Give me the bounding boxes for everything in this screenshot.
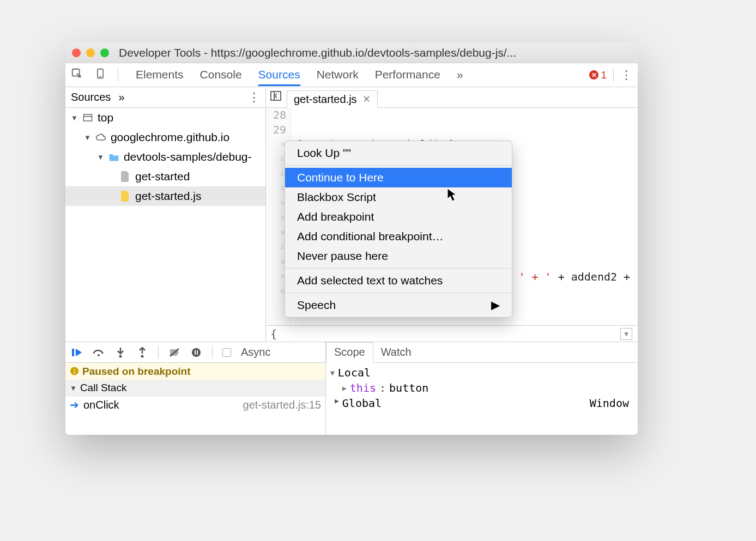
tree-twisty-icon: ▼ <box>71 114 78 122</box>
svg-rect-7 <box>72 349 74 356</box>
cm-never-pause[interactable]: Never pause here <box>285 246 512 266</box>
tree-top-label: top <box>98 111 113 124</box>
separator <box>118 69 118 82</box>
main-tabbar: Elements Console Sources Network Perform… <box>65 63 638 87</box>
tree-twisty-icon: ▼ <box>70 384 77 392</box>
tab-sources[interactable]: Sources <box>258 68 300 86</box>
cm-separator <box>285 268 512 269</box>
tab-scope[interactable]: Scope <box>326 342 373 363</box>
submenu-icon: ▶ <box>491 299 500 312</box>
tree-file-js-label: get-started.js <box>135 190 201 203</box>
file-icon <box>120 170 131 183</box>
dropdown-icon[interactable]: ▼ <box>620 328 632 340</box>
paused-text: Paused on breakpoint <box>82 366 190 378</box>
tab-network[interactable]: Network <box>317 68 359 82</box>
kebab-menu-icon[interactable]: ⋮ <box>620 68 632 82</box>
sidebar-head: Sources » ⋮ <box>65 87 265 108</box>
tree-folder[interactable]: ▼ devtools-samples/debug- <box>65 147 265 167</box>
svg-rect-14 <box>197 350 198 355</box>
tab-performance[interactable]: Performance <box>375 68 440 82</box>
async-label: Async <box>241 346 270 358</box>
tree-domain-label: googlechrome.github.io <box>111 131 229 144</box>
cloud-icon <box>95 131 106 144</box>
step-out-icon[interactable] <box>136 347 148 358</box>
tree-twisty-icon: ▶ <box>342 384 347 392</box>
tab-overflow[interactable]: » <box>457 68 463 82</box>
cm-add-cond-breakpoint[interactable]: Add conditional breakpoint… <box>285 227 512 246</box>
callstack-header[interactable]: ▼ Call Stack <box>65 380 325 396</box>
minimize-dot[interactable] <box>86 48 95 57</box>
tab-elements[interactable]: Elements <box>136 68 184 82</box>
scope-global[interactable]: ▶ Global Window <box>330 396 633 411</box>
step-into-icon[interactable] <box>114 347 126 358</box>
frame-icon <box>82 111 93 124</box>
deactivate-breakpoints-icon[interactable] <box>168 347 180 358</box>
brace-label: { <box>270 327 277 341</box>
close-tab-icon[interactable]: ✕ <box>362 93 371 105</box>
tree-twisty-icon: ▶ <box>335 397 339 410</box>
tree-twisty-icon: ▼ <box>97 153 104 161</box>
context-menu: Look Up "" Continue to Here Blackbox Scr… <box>285 141 512 318</box>
folder-icon <box>108 150 119 163</box>
async-checkbox[interactable] <box>222 348 231 357</box>
close-dot[interactable] <box>72 48 81 57</box>
cm-lookup[interactable]: Look Up "" <box>285 143 512 163</box>
sidebar-overflow[interactable]: » <box>118 91 124 104</box>
stack-frame[interactable]: ➔ onClick get-started.js:15 <box>65 396 325 414</box>
scope-global-val: Window <box>590 397 629 410</box>
scope-local[interactable]: ▼ Local <box>330 365 633 380</box>
frame-location: get-started.js:15 <box>243 399 321 411</box>
info-icon: ❶ <box>70 365 79 378</box>
cm-separator <box>285 293 512 293</box>
svg-point-10 <box>141 355 144 357</box>
file-tree: ▼ top ▼ googlechrome.github.io ▼ devtool… <box>65 108 265 342</box>
scope-this-val: button <box>389 381 428 394</box>
step-over-icon[interactable] <box>93 347 105 358</box>
brace-bar: { ▼ <box>266 325 638 342</box>
tree-top[interactable]: ▼ top <box>65 108 265 127</box>
device-icon[interactable] <box>95 68 106 82</box>
traffic-lights <box>72 48 109 57</box>
file-tab[interactable]: get-started.js ✕ <box>287 90 378 108</box>
titlebar: Developer Tools - https://googlechrome.g… <box>65 42 638 63</box>
scope-tabs: Scope Watch <box>326 342 638 363</box>
resume-icon[interactable] <box>71 347 83 358</box>
sidebar-tab-sources[interactable]: Sources <box>71 91 111 104</box>
file-tab-label: get-started.js <box>294 93 357 106</box>
scope-this-key: this <box>350 381 376 394</box>
separator <box>158 347 159 358</box>
tree-file-html[interactable]: get-started <box>65 167 265 186</box>
cm-continue-to-here[interactable]: Continue to Here <box>285 168 512 187</box>
window-title: Developer Tools - https://googlechrome.g… <box>119 46 516 59</box>
error-icon: ✕ <box>589 70 598 80</box>
svg-point-12 <box>192 348 201 357</box>
cm-blackbox[interactable]: Blackbox Script <box>285 187 512 207</box>
tab-watch[interactable]: Watch <box>373 343 419 362</box>
tree-domain[interactable]: ▼ googlechrome.github.io <box>65 127 265 147</box>
inspect-icon[interactable] <box>71 68 83 82</box>
debugger-right: Scope Watch ▼ Local ▶ this: button ▶ Glo… <box>326 342 638 435</box>
sources-sidebar: Sources » ⋮ ▼ top ▼ googlechrome.github.… <box>65 87 266 342</box>
cm-speech[interactable]: Speech▶ <box>285 295 512 315</box>
cm-add-breakpoint[interactable]: Add breakpoint <box>285 207 512 227</box>
tree-file-js[interactable]: get-started.js <box>65 186 265 206</box>
collapse-sidebar-icon[interactable] <box>270 91 281 104</box>
paused-banner: ❶ Paused on breakpoint <box>65 363 325 380</box>
svg-rect-3 <box>83 114 92 121</box>
error-indicator[interactable]: ✕ 1 <box>589 69 607 81</box>
pause-exceptions-icon[interactable] <box>190 347 202 358</box>
panel-tabs: Elements Console Sources Network Perform… <box>136 68 463 82</box>
current-frame-icon: ➔ <box>70 398 79 411</box>
debug-toolbar: Async <box>65 342 325 363</box>
cm-add-watches[interactable]: Add selected text to watches <box>285 271 512 290</box>
svg-point-8 <box>98 354 100 356</box>
scope-local-label: Local <box>338 366 371 379</box>
scope-this[interactable]: ▶ this: button <box>330 380 633 396</box>
zoom-dot[interactable] <box>100 48 109 57</box>
svg-rect-13 <box>195 350 196 355</box>
tree-folder-label: devtools-samples/debug- <box>124 150 252 163</box>
tab-console[interactable]: Console <box>200 68 242 82</box>
callstack-label: Call Stack <box>80 382 127 394</box>
sidebar-kebab-icon[interactable]: ⋮ <box>248 90 260 105</box>
separator <box>212 347 213 358</box>
